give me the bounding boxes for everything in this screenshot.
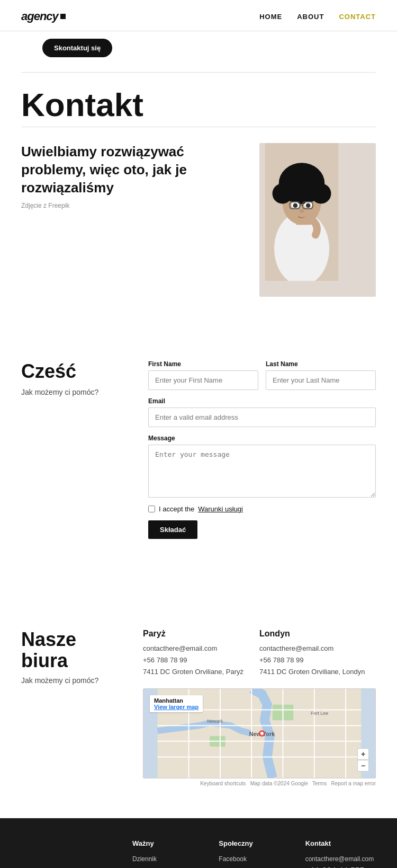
svg-text:Fort Lee: Fort Lee — [311, 711, 328, 716]
london-phone: +56 788 78 99 — [259, 654, 365, 666]
footer-col-social-heading: Społeczny — [219, 839, 289, 847]
footer-email[interactable]: contacthere@email.com — [305, 855, 374, 863]
hero-image — [259, 143, 376, 297]
nav-home[interactable]: HOME — [259, 13, 282, 21]
paris-phone: +56 788 78 99 — [143, 654, 243, 666]
svg-point-13 — [306, 203, 311, 208]
email-input[interactable] — [148, 408, 376, 427]
footer-link-dziennik[interactable]: Dziennik — [132, 855, 157, 863]
london-address: 7411 DC Groten Orviliane, Londyn — [259, 666, 365, 678]
zoom-out-button[interactable]: − — [357, 760, 369, 772]
site-header: agency HOME ABOUT CONTACT Skontaktuj się — [0, 0, 397, 73]
footer-col-important: Ważny Dziennik Kariera Misja i amp; Wizj… — [132, 839, 203, 868]
logo: agency — [21, 10, 66, 23]
office-london: Londyn contacthere@email.com +56 788 78 … — [259, 629, 365, 678]
svg-text:Newark: Newark — [207, 719, 223, 724]
terms-checkbox[interactable] — [148, 506, 155, 512]
checkbox-row: I accept the Warunki usługi — [148, 505, 376, 513]
offices-heading: Nasze biura — [21, 629, 127, 671]
footer-col-contact-heading: Kontakt — [305, 839, 376, 847]
message-label: Message — [148, 435, 376, 442]
offices-subtitle: Jak możemy ci pomóc? — [21, 676, 127, 685]
map-container: New York Newark Fort Lee Manhattan View … — [143, 688, 376, 778]
svg-point-9 — [293, 171, 311, 189]
footer-col-important-heading: Ważny — [132, 839, 203, 847]
last-name-label: Last Name — [266, 360, 376, 368]
svg-point-37 — [260, 732, 264, 735]
site-footer: agency Ważny Dziennik Kariera Misja i am… — [0, 818, 397, 868]
map-label: Manhattan View larger map — [150, 695, 203, 712]
form-heading: Cześć — [21, 360, 127, 383]
page-title: Kontakt — [21, 88, 376, 121]
logo-text: agency — [21, 10, 58, 23]
footer-col-contact: Kontakt contacthere@email.com +11 234 44… — [305, 839, 376, 868]
svg-point-17 — [300, 209, 304, 213]
map-zoom: + − — [357, 748, 369, 772]
hero-heading: Uwielbiamy rozwiązywać problemy, więc ot… — [21, 143, 243, 197]
photo-credit: Zdjęcie z Freepik — [21, 202, 243, 209]
footer-logo: agency — [21, 839, 116, 868]
offices-section: Nasze biura Jak możemy ci pomóc? Paryż c… — [0, 603, 397, 797]
first-name-input[interactable] — [148, 370, 258, 390]
map-link[interactable]: View larger map — [154, 704, 198, 710]
main-nav: HOME ABOUT CONTACT — [259, 13, 376, 21]
hero-section: Kontakt Uwielbiamy rozwiązywać problemy,… — [0, 73, 397, 307]
map-attribution: Keyboard shortcuts Map data ©2024 Google… — [143, 781, 376, 786]
nav-about[interactable]: ABOUT — [297, 13, 324, 21]
message-textarea[interactable] — [148, 445, 376, 498]
checkbox-text: I accept the — [159, 505, 194, 513]
form-subtitle: Jak możemy ci pomóc? — [21, 388, 127, 396]
submit-button[interactable]: Składać — [148, 520, 197, 539]
paris-city-name: Paryż — [143, 629, 243, 639]
footer-col-social: Społeczny Facebook Twitter Instagram Lin… — [219, 839, 289, 868]
svg-point-12 — [293, 203, 298, 208]
london-city-name: Londyn — [259, 629, 365, 639]
footer-link-facebook[interactable]: Facebook — [219, 855, 247, 863]
first-name-label: First Name — [148, 360, 258, 368]
london-email: contacthere@email.com — [259, 643, 365, 654]
first-name-group: First Name — [148, 360, 258, 390]
zoom-in-button[interactable]: + — [357, 748, 369, 760]
terms-link[interactable]: Warunki usługi — [198, 505, 243, 513]
email-label: Email — [148, 397, 376, 405]
nav-contact[interactable]: CONTACT — [339, 13, 376, 21]
last-name-input[interactable] — [266, 370, 376, 390]
message-group: Message — [148, 435, 376, 498]
last-name-group: Last Name — [266, 360, 376, 390]
contact-form-section: Cześć Jak możemy ci pomóc? First Name La… — [0, 334, 397, 571]
paris-address: 7411 DC Groten Orviliane, Paryż — [143, 666, 243, 678]
email-group: Email — [148, 397, 376, 427]
office-paris: Paryż contacthere@email.com +56 788 78 9… — [143, 629, 243, 678]
cta-button[interactable]: Skontaktuj się — [42, 39, 112, 57]
paris-email: contacthere@email.com — [143, 643, 243, 654]
logo-box — [60, 14, 66, 19]
